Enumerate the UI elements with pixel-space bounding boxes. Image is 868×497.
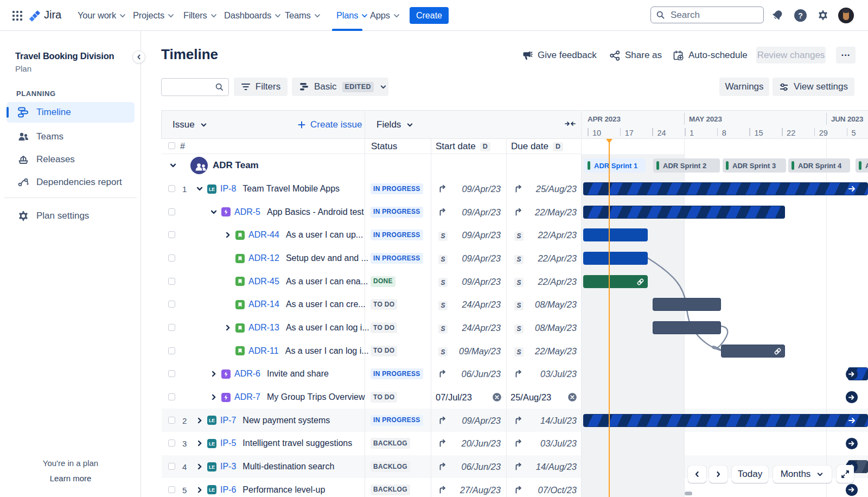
svg-text:LE: LE [209,487,215,493]
svg-text:LE: LE [209,464,215,470]
svg-text:LE: LE [209,187,215,192]
svg-text:LE: LE [209,418,215,423]
svg-text:LE: LE [209,441,215,447]
